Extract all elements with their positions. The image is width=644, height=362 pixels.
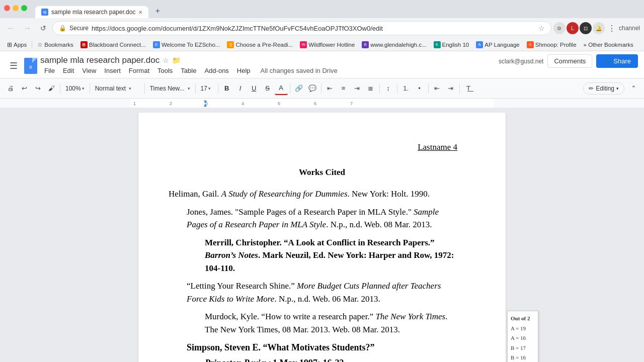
ruler-full: 1 2 3 4 5 6 7: [0, 99, 644, 108]
align-left-button[interactable]: ⇤: [324, 82, 337, 95]
editing-mode-dropdown[interactable]: ✏ Editing ▾: [583, 82, 624, 95]
comment-button[interactable]: 💬: [306, 82, 319, 95]
bookmark-blackboard[interactable]: B Blackboard Connect...: [77, 40, 149, 49]
numbered-list-button[interactable]: 1.: [399, 82, 413, 95]
active-tab[interactable]: G sample mla research paper.doc ✕: [35, 6, 148, 18]
docs-menu-bar: File Edit View Insert Format Tools Table…: [40, 65, 496, 76]
forward-button[interactable]: →: [20, 21, 34, 35]
menu-edit[interactable]: Edit: [59, 65, 78, 76]
score-b1: B = 17: [511, 344, 535, 352]
citation-1: Heliman, Gail. A Study of Researching fo…: [187, 188, 457, 201]
bookmark-english10[interactable]: E English 10: [431, 40, 472, 49]
font-size-dropdown[interactable]: 17 ▾: [198, 82, 216, 95]
star-icon[interactable]: ☆: [163, 56, 169, 64]
bookmark-shmoop[interactable]: S Shmoop: Profile: [524, 40, 580, 49]
doc-scroll-area[interactable]: Lastname 4 Works Cited Heliman, Gail. A …: [0, 99, 644, 362]
bullet-list-button[interactable]: •: [413, 82, 426, 95]
chrome-menu-icon[interactable]: ⋮: [608, 24, 616, 33]
share-button[interactable]: 👤 Share: [596, 54, 638, 68]
address-bar[interactable]: 🔒 Secure https://docs.google.com/documen…: [52, 21, 551, 35]
menu-view[interactable]: View: [78, 65, 100, 76]
line-spacing-button[interactable]: ↕: [382, 82, 395, 95]
bookmark-prereading[interactable]: Q Choose a Pre-Readi...: [224, 40, 296, 49]
extension-btn-3[interactable]: ⊡: [580, 22, 592, 34]
zoom-arrow-icon: ▾: [82, 86, 85, 91]
reload-button[interactable]: ↺: [36, 21, 50, 35]
underline-button[interactable]: U: [248, 82, 261, 95]
back-button[interactable]: ←: [4, 21, 18, 35]
print-button[interactable]: 🖨: [4, 82, 17, 95]
menu-table[interactable]: Table: [177, 65, 200, 76]
user-profile[interactable]: channel: [619, 25, 640, 32]
shmoop-icon: S: [527, 41, 534, 48]
user-email: sclark@gusd.net: [499, 58, 544, 65]
paint-format-button[interactable]: 🖌: [45, 82, 58, 95]
menu-help[interactable]: Help: [233, 65, 255, 76]
folder-icon[interactable]: 📁: [172, 56, 181, 64]
new-tab-button[interactable]: +: [150, 4, 165, 18]
aplang-label: AP Language: [485, 42, 520, 48]
tab-close-icon[interactable]: ✕: [138, 10, 142, 15]
docs-menu-icon[interactable]: ☰: [6, 58, 21, 73]
align-right-button[interactable]: ⇥: [351, 82, 364, 95]
docs-title[interactable]: sample mla research paper.doc: [40, 55, 159, 65]
menu-tools[interactable]: Tools: [153, 65, 177, 76]
bookmark-bookmarks[interactable]: ☆ Bookmarks: [34, 40, 76, 49]
link-button[interactable]: 🔗: [292, 82, 305, 95]
italic-button[interactable]: I: [234, 82, 247, 95]
align-center-button[interactable]: ≡: [337, 82, 350, 95]
docs-app: ☰ ≡ sample mla research paper.doc ☆ 📁 Fi…: [0, 51, 644, 362]
toolbar-separator-8: [379, 83, 380, 94]
clear-format-button[interactable]: T͟: [462, 82, 475, 95]
toolbar-separator-11: [459, 83, 460, 94]
extension-btn-1[interactable]: ⚙: [553, 22, 566, 34]
url-text: https://docs.google.com/document/d/1ZXm9…: [92, 25, 535, 32]
menu-addons[interactable]: Add-ons: [200, 65, 232, 76]
bookmark-other[interactable]: » Other Bookmarks: [581, 41, 636, 49]
citation-6: Simpson, Steven E. “What Motivates Stude…: [187, 341, 457, 354]
toolbar-separator-1: [60, 83, 60, 94]
redo-button[interactable]: ↪: [31, 82, 44, 95]
comments-button[interactable]: Comments: [547, 54, 592, 68]
bookmark-wildflower[interactable]: W Wildflower Hotline: [297, 40, 358, 49]
strikethrough-button[interactable]: S: [261, 82, 274, 95]
collapse-toolbar-button[interactable]: ⌃: [627, 82, 640, 95]
citation-3: Merrill, Christopher. “A Look at Conflic…: [187, 236, 457, 275]
toolbar-separator-5: [218, 83, 218, 94]
menu-file[interactable]: File: [40, 65, 59, 76]
close-window-btn[interactable]: [4, 5, 10, 11]
align-justify-button[interactable]: ≣: [364, 82, 377, 95]
font-size-value: 17: [201, 85, 207, 92]
toolbar-separator-2: [90, 83, 90, 94]
secure-icon: 🔒: [59, 25, 66, 32]
zoom-value: 100%: [65, 85, 81, 92]
bookmark-aplang[interactable]: A AP Language: [473, 40, 523, 49]
bookmark-star-icon[interactable]: ☆: [538, 24, 545, 32]
tab-favicon: G: [41, 9, 48, 16]
decrease-indent-button[interactable]: ⇤: [431, 82, 444, 95]
bold-button[interactable]: B: [220, 82, 233, 95]
text-color-button[interactable]: A: [275, 82, 288, 95]
maximize-window-btn[interactable]: [21, 5, 27, 11]
menu-format[interactable]: Format: [125, 65, 153, 76]
works-cited-title: Works Cited: [187, 166, 457, 179]
pencil-icon: ✏: [589, 85, 594, 92]
bookmark-glendale[interactable]: B www.glendalehigh.c...: [359, 40, 429, 49]
font-dropdown[interactable]: Times New... ▾: [147, 82, 193, 95]
docs-top-row: ☰ ≡ sample mla research paper.doc ☆ 📁 Fi…: [6, 54, 638, 78]
extension-btn-2[interactable]: L: [567, 22, 579, 34]
increase-indent-button[interactable]: ⇥: [444, 82, 457, 95]
ruler-svg: 1 2 3 4 5 6 7: [0, 99, 644, 108]
prereading-label: Choose a Pre-Readi...: [235, 42, 293, 48]
zoom-dropdown[interactable]: 100% ▾: [62, 82, 88, 95]
font-value: Times New...: [150, 85, 185, 92]
undo-button[interactable]: ↩: [18, 82, 31, 95]
minimize-window-btn[interactable]: [13, 5, 19, 11]
style-dropdown[interactable]: Normal text ▾: [92, 82, 142, 95]
header-lastname: Lastname 4: [418, 142, 457, 152]
menu-insert[interactable]: Insert: [100, 65, 125, 76]
bookmark-ezschool[interactable]: E Welcome To EZScho...: [150, 40, 223, 49]
bookmark-apps[interactable]: ⊞ Apps: [4, 40, 30, 49]
extension-btn-4[interactable]: 🔔: [593, 22, 605, 34]
bookmark-label: Bookmarks: [44, 42, 73, 48]
